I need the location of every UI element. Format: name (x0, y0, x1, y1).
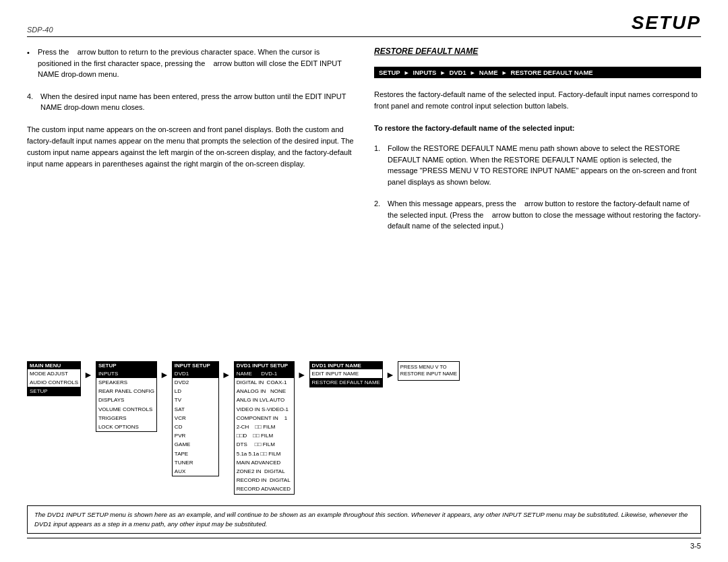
menu-box-main: MAIN MENU MODE ADJUST AUDIO CONTROLS SET… (27, 361, 81, 397)
bullet-item-1: • Press the arrow button to return to th… (27, 46, 354, 80)
breadcrumb-inputs: INPUTS (411, 68, 439, 77)
menu-dvd1-restore: RESTORE DEFAULT NAME (310, 378, 382, 387)
item-text-4: When the desired input name has been ent… (40, 91, 354, 113)
menu-main-mode: MODE ADJUST (28, 369, 80, 378)
press-menu-text: PRESS MENU V TORESTORE INPUT NAME (398, 362, 459, 380)
menu-dvd1-video: VIDEO IN S-VIDEO-1 (235, 405, 294, 414)
menu-dvd1-edit: EDIT INPUT NAME (310, 369, 382, 378)
menu-setup-header: SETUP (96, 362, 156, 369)
page-footer: 3-5 (27, 538, 701, 550)
menu-setup-volume: VOLUME CONTROLS (96, 405, 156, 414)
breadcrumb-bar: SETUP ► INPUTS ► DVD1 ► NAME ► RESTORE D… (374, 67, 701, 78)
left-column: • Press the arrow button to return to th… (27, 46, 354, 356)
menu-dvd1-2ch: 2-CH □□ FILM (235, 423, 294, 431)
menu-input-tv: TV (173, 396, 218, 404)
menu-box-setup: SETUP INPUTS SPEAKERS REAR PANEL CONFIG … (96, 361, 157, 432)
menu-dvd1-input-header: DVD1 INPUT SETUP (235, 362, 294, 369)
menu-dvd1-record-in: RECORD IN DIGITAL (235, 476, 294, 485)
section-title: RESTORE DEFAULT NAME (374, 46, 701, 56)
menu-input-game: GAME (173, 440, 218, 449)
page-number: 3-5 (690, 542, 701, 550)
breadcrumb-dvd1: DVD1 (447, 68, 468, 77)
menu-dvd1-zone2: ZONE2 IN DIGITAL (235, 467, 294, 476)
page-title: SETUP (632, 12, 701, 34)
breadcrumb-arrow-4: ► (502, 69, 508, 76)
item-number-4: 4. (27, 91, 36, 113)
breadcrumb-arrow-2: ► (439, 69, 446, 76)
menu-dvd1-component: COMPONENT IN 1 (235, 414, 294, 423)
menu-input-setup-header: INPUT SETUP (173, 362, 218, 369)
menu-main-setup: SETUP (28, 387, 80, 396)
menu-setup-rear: REAR PANEL CONFIG (96, 387, 156, 396)
menu-input-tape: TAPE (173, 449, 218, 458)
page: SDP-40 SETUP • Press the arrow button to… (0, 0, 728, 562)
step-1-text: Follow the RESTORE DEFAULT NAME menu pat… (388, 143, 701, 187)
step-1: 1. Follow the RESTORE DEFAULT NAME menu … (374, 143, 701, 187)
menu-dvd1-anlg-lvl: ANLG IN LVL AUTO (235, 396, 294, 404)
menu-setup-lock: LOCK OPTIONS (96, 423, 156, 431)
menu-main-audio: AUDIO CONTROLS (28, 378, 80, 387)
menu-box-input-setup: INPUT SETUP DVD1 DVD2 LD TV SAT VCR CD P… (172, 361, 219, 476)
menu-dvd1-5-1a: 5.1a 5.1a □□ FILM (235, 449, 294, 458)
breadcrumb-setup: SETUP (377, 68, 402, 77)
menu-dvd1-name: NAME DVD-1 (235, 369, 294, 378)
step-2: 2. When this message appears, press the … (374, 198, 701, 232)
note-text: The DVD1 INPUT SETUP menu is shown here … (34, 511, 688, 528)
menu-box-dvd1-name: DVD1 INPUT NAME EDIT INPUT NAME RESTORE … (309, 361, 383, 387)
menu-input-ld: LD (173, 387, 218, 396)
step-2-num: 2. (374, 198, 384, 232)
press-menu-box: PRESS MENU V TORESTORE INPUT NAME (398, 361, 460, 381)
menu-input-tuner: TUNER (173, 458, 218, 467)
breadcrumb-arrow-1: ► (404, 69, 410, 76)
step-2-text: When this message appears, press the arr… (388, 198, 701, 232)
menu-input-cd: CD (173, 423, 218, 431)
menu-main-header: MAIN MENU (28, 362, 80, 369)
breadcrumb-name: NAME (477, 68, 500, 77)
note-box: The DVD1 INPUT SETUP menu is shown here … (27, 505, 701, 534)
menu-input-vcr: VCR (173, 414, 218, 423)
menu-dvd1-record-adv: RECORD ADVANCED (235, 485, 294, 493)
menu-input-dvd1: DVD1 (173, 369, 218, 378)
subsection-title: To restore the factory-default name of t… (374, 124, 701, 132)
menu-dvd1-main-adv: MAIN ADVANCED (235, 458, 294, 467)
step-1-num: 1. (374, 143, 384, 187)
menu-dvd1-name-header: DVD1 INPUT NAME (310, 362, 382, 369)
right-column: RESTORE DEFAULT NAME SETUP ► INPUTS ► DV… (374, 46, 701, 356)
arrow-5: ► (386, 368, 395, 380)
page-header: SDP-40 SETUP (27, 12, 701, 37)
menu-setup-triggers: TRIGGERS (96, 414, 156, 423)
arrow-1: ► (84, 368, 93, 380)
menu-input-pvr: PVR (173, 431, 218, 440)
menu-dvd1-ddd: □□D □□ FILM (235, 431, 294, 440)
menu-input-dvd2: DVD2 (173, 378, 218, 387)
arrow-2: ► (160, 368, 169, 380)
bullet-dot: • (27, 47, 34, 80)
numbered-item-1: 4. When the desired input name has been … (27, 91, 354, 113)
right-description: Restores the factory-default name of the… (374, 89, 701, 112)
main-content: • Press the arrow button to return to th… (27, 46, 701, 356)
menu-input-aux: AUX (173, 467, 218, 476)
menu-dvd1-dts: DTS □□ FILM (235, 440, 294, 449)
menu-diagram: MAIN MENU MODE ADJUST AUDIO CONTROLS SET… (27, 361, 701, 495)
bullet-text-1: Press the arrow button to return to the … (38, 46, 354, 80)
breadcrumb-restore: RESTORE DEFAULT NAME (509, 68, 595, 77)
arrow-4: ► (297, 368, 307, 380)
model-label: SDP-40 (27, 26, 53, 34)
menu-dvd1-analog: ANALOG IN NONE (235, 387, 294, 396)
body-paragraph-1: The custom input name appears on the on-… (27, 124, 354, 170)
menu-dvd1-digital: DIGITAL IN COAX-1 (235, 378, 294, 387)
menu-input-sat: SAT (173, 405, 218, 414)
menu-setup-displays: DISPLAYS (96, 396, 156, 404)
menu-setup-inputs: INPUTS (96, 369, 156, 378)
breadcrumb-arrow-3: ► (470, 69, 476, 76)
menu-box-dvd1-input: DVD1 INPUT SETUP NAME DVD-1 DIGITAL IN C… (234, 361, 295, 495)
menu-setup-speakers: SPEAKERS (96, 378, 156, 387)
arrow-3: ► (222, 368, 231, 380)
